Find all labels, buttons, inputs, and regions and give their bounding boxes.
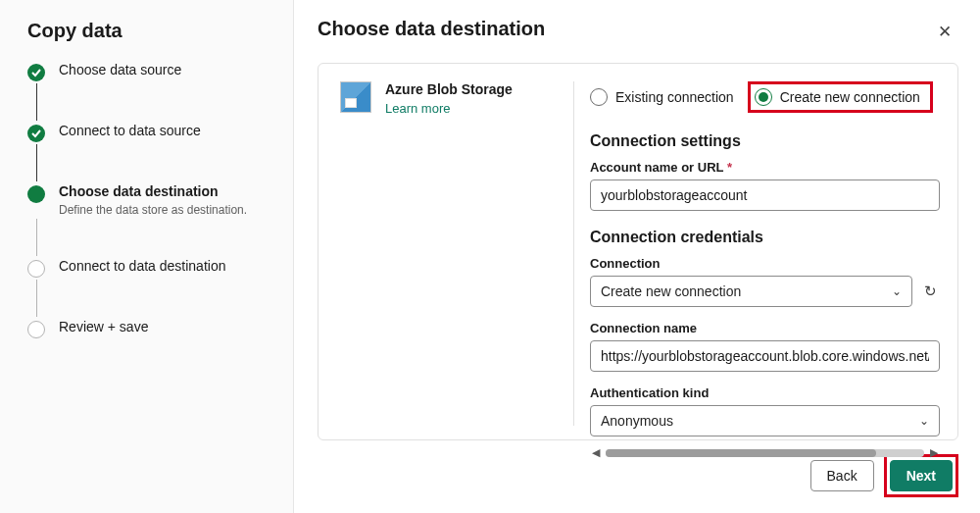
wizard-steps: Choose data source Connect to data sourc… [27,62,266,338]
field-label: Authentication kind [590,385,940,400]
connection-mode-radiogroup: Existing connection Create new connectio… [590,81,940,113]
step-connector [36,280,37,317]
step-connect-to-data-source[interactable]: Connect to data source [27,123,266,142]
field-label: Connection name [590,321,940,335]
back-button[interactable]: Back [810,460,874,491]
radio-label: Create new connection [780,89,920,105]
radio-existing-connection[interactable]: Existing connection [590,88,734,106]
close-button[interactable]: ✕ [931,18,958,45]
connection-name-field: Connection name [590,321,940,372]
wizard-footer: Back Next [318,454,958,497]
azure-blob-storage-icon [340,81,371,113]
connection-credentials-heading: Connection credentials [590,229,940,246]
connection-dropdown[interactable]: Create new connection ⌄ [590,276,912,307]
next-button[interactable]: Next [890,460,953,491]
pending-step-icon [27,321,45,338]
datastore-name: Azure Blob Storage [385,81,513,97]
wizard-sidebar: Copy data Choose data source Connect to … [0,0,294,513]
refresh-button[interactable]: ↻ [922,282,940,301]
horizontal-scrollbar[interactable]: ◀ ▶ [590,446,940,459]
field-label: Account name or URL * [590,160,940,175]
divider [573,81,574,426]
highlight-box: Next [884,454,958,497]
step-connect-to-data-destination[interactable]: Connect to data destination [27,258,266,278]
connection-name-input[interactable] [590,340,940,372]
step-label: Choose data destination [59,183,266,199]
main-panel: Choose data destination ✕ Azure Blob Sto… [294,0,980,513]
refresh-icon: ↻ [924,282,937,300]
select-value: Create new connection [601,283,741,299]
auth-kind-field: Authentication kind Anonymous ⌄ [590,385,940,436]
step-sublabel: Define the data store as destination. [59,203,266,217]
page-title: Choose data destination [318,18,545,40]
radio-label: Existing connection [615,89,734,105]
pending-step-icon [27,260,45,278]
required-asterisk: * [727,160,732,175]
radio-create-new-connection[interactable]: Create new connection [755,88,920,106]
field-label: Connection [590,256,940,271]
datastore-info: Azure Blob Storage Learn more [340,81,556,426]
check-icon [27,125,45,142]
step-label: Connect to data destination [59,258,266,274]
scroll-track[interactable] [606,449,924,457]
wizard-title: Copy data [27,20,266,42]
step-label: Review + save [59,319,266,334]
account-name-field: Account name or URL * [590,160,940,211]
radio-icon [590,88,608,106]
connection-dropdown-field: Connection Create new connection ⌄ ↻ [590,256,940,307]
step-choose-data-source[interactable]: Choose data source [27,62,266,81]
step-connector [36,219,37,256]
scroll-left-icon[interactable]: ◀ [590,446,602,459]
step-review-save[interactable]: Review + save [27,319,266,338]
connection-settings-heading: Connection settings [590,132,940,150]
step-choose-data-destination[interactable]: Choose data destination Define the data … [27,183,266,217]
step-label: Connect to data source [59,123,266,138]
check-icon [27,64,45,81]
destination-card: Azure Blob Storage Learn more Existing c… [318,63,958,440]
scroll-right-icon[interactable]: ▶ [928,446,940,459]
chevron-down-icon: ⌄ [919,414,929,428]
scroll-thumb[interactable] [606,449,876,457]
close-icon: ✕ [938,22,952,42]
auth-kind-dropdown[interactable]: Anonymous ⌄ [590,405,940,436]
step-connector [36,83,37,121]
select-value: Anonymous [601,413,673,429]
current-step-icon [27,185,45,203]
radio-icon [755,88,772,106]
learn-more-link[interactable]: Learn more [385,101,513,116]
chevron-down-icon: ⌄ [892,284,902,298]
highlight-box: Create new connection [748,81,933,113]
step-label: Choose data source [59,62,266,77]
step-connector [36,144,37,181]
account-name-input[interactable] [590,180,940,211]
